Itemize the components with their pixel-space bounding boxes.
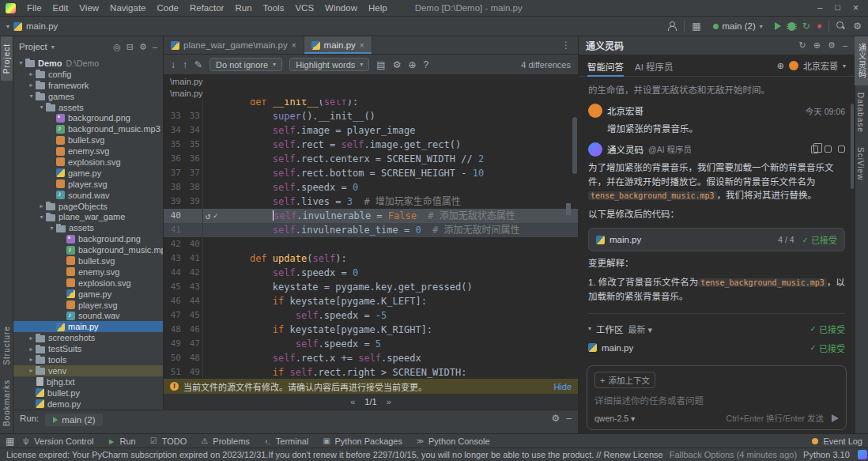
code-line[interactable]: 4543 keystate = pygame.key.get_pressed() — [164, 280, 578, 294]
tool-window-button-project[interactable]: Project — [1, 36, 13, 81]
tool-window-button[interactable]: 通义灵码 — [855, 36, 868, 85]
tree-item[interactable]: main.py — [13, 321, 163, 332]
hide-panel-icon[interactable]: – — [566, 414, 572, 423]
chat-input-box[interactable]: + 添加上下文 详细描述你的任务或者问题 qwen-2.5 ▾ Ctrl+Ent… — [587, 365, 847, 430]
add-context-button[interactable]: + 添加上下文 — [594, 372, 655, 388]
thumbs-down-icon[interactable] — [838, 145, 845, 153]
next-file-icon[interactable]: » — [387, 397, 391, 406]
editor-tab[interactable]: plane_war_game\main.py× — [164, 36, 304, 54]
chat-scrollbar[interactable] — [851, 104, 854, 189]
tree-item[interactable]: demo.py — [13, 399, 163, 410]
hide-panel-icon[interactable]: – — [843, 40, 847, 51]
menu-item-edit[interactable]: Edit — [47, 3, 74, 13]
tree-item[interactable]: bjhg.txt — [13, 376, 163, 387]
tool-window-button[interactable]: SciView — [855, 140, 866, 187]
menu-item-help[interactable]: Help — [363, 3, 393, 13]
prev-difference-icon[interactable]: ↑ — [183, 60, 187, 70]
tree-item[interactable]: ▾plane_war_game — [13, 211, 163, 222]
history-icon[interactable]: ↻ — [799, 40, 806, 51]
tree-item[interactable]: player.svg — [13, 179, 163, 190]
tool-windows-toggle-icon[interactable]: ▦ — [6, 436, 14, 446]
chevron-down-icon[interactable]: ▾ — [27, 93, 36, 100]
code-line[interactable]: 40↺✓ self.invulnerable = False # 添加无敌状态属… — [164, 209, 578, 223]
python-version[interactable]: Python 3.10 — [803, 450, 850, 459]
event-log-button[interactable]: Event Log — [812, 436, 862, 446]
code-line[interactable]: 4341 def update(self): — [164, 251, 578, 266]
statusbar-item[interactable]: Terminal — [256, 436, 315, 446]
file-breadcrumb[interactable]: ▾ main.py — [6, 21, 58, 31]
chevron-down-icon[interactable]: ▾ — [37, 104, 46, 111]
menu-item-vcs[interactable]: VCS — [289, 3, 319, 13]
tree-item[interactable]: ▾assets — [13, 222, 163, 233]
help-icon[interactable]: ? — [424, 60, 429, 70]
code-line[interactable]: 4846 if keystate[pygame.K_RIGHT]: — [164, 323, 578, 337]
project-view-selector[interactable]: Project — [19, 42, 47, 51]
tree-item[interactable]: background_music.mp3 — [13, 123, 163, 134]
code-line[interactable]: 41 self.invulnerable_time = 0 # 添加无敌时间属性 — [164, 223, 578, 237]
menu-item-navigate[interactable]: Navigate — [104, 3, 151, 13]
tree-item[interactable]: enemy.svg — [13, 266, 163, 278]
hide-panel-icon[interactable]: – — [153, 42, 157, 52]
tree-item[interactable]: ▾assets — [13, 102, 163, 113]
tab-options-kebab-icon[interactable]: ⋮ — [554, 36, 578, 54]
settings-gear-icon[interactable]: ⚙ — [139, 42, 147, 52]
statusbar-item[interactable]: Run — [100, 436, 142, 446]
tree-item[interactable]: background.png — [13, 233, 163, 244]
code-line[interactable]: 4745 self.speedx = -5 — [164, 308, 578, 323]
model-select[interactable]: qwen-2.5 ▾ — [594, 414, 635, 423]
debug-button[interactable] — [788, 22, 795, 31]
run-config-selector[interactable]: main (2) ▾ — [708, 20, 768, 32]
tree-item[interactable]: background.png — [13, 112, 163, 123]
new-chat-icon[interactable]: ⊕ — [813, 40, 821, 51]
menu-item-run[interactable]: Run — [229, 3, 257, 13]
statusbar-item[interactable]: Version Control — [14, 436, 100, 446]
fallback-options[interactable]: Fallback Options (4 minutes ago) — [670, 450, 797, 459]
tree-item[interactable]: game.py — [13, 289, 163, 300]
editor-scrollbar[interactable] — [572, 117, 577, 174]
workspace-header-row[interactable]: ▾ 工作区 最新 ▾ ✓已接受 — [588, 319, 845, 338]
menu-item-window[interactable]: Window — [319, 3, 363, 13]
code-line[interactable]: 4442 self.speedx = 0 — [164, 266, 578, 280]
chevron-down-icon[interactable]: ▾ — [47, 225, 56, 232]
tree-item[interactable]: bullet.svg — [13, 134, 163, 145]
collapse-all-icon[interactable]: ⊟ — [126, 42, 134, 52]
thumbs-up-icon[interactable] — [825, 145, 832, 153]
tool-window-button-bookmarks[interactable]: Bookmarks — [1, 372, 13, 433]
accept-change-icon[interactable]: ✓ — [213, 212, 218, 220]
workspace-file-row[interactable]: main.py ✓已接受 — [588, 338, 845, 357]
menu-item-refactor[interactable]: Refactor — [184, 3, 229, 13]
chat-history[interactable]: 的生命值，并设置无敌状态和无敌开始时间。 北京宏哥 今天 09:06 增加紧张的… — [579, 77, 855, 361]
editor-tab[interactable]: main.py× — [304, 36, 372, 54]
chevron-right-icon[interactable]: ▸ — [27, 367, 36, 374]
tree-item[interactable]: explosion.svg — [13, 157, 163, 168]
ignore-policy-select[interactable]: Do not ignore ▾ — [209, 58, 282, 71]
diff-settings-gear-icon[interactable]: ⚙ — [393, 60, 402, 70]
user-account-icon[interactable] — [667, 21, 677, 31]
code-line[interactable]: 3838 self.speedx = 0 — [164, 180, 578, 195]
tree-item[interactable]: sound.wav — [13, 310, 163, 321]
copy-icon[interactable] — [811, 145, 818, 153]
tool-window-button[interactable]: Database — [855, 85, 866, 140]
tree-item[interactable]: ▸venv — [13, 365, 163, 376]
tree-item[interactable]: ▸testSuits — [13, 343, 163, 354]
code-line[interactable]: 3636 self.rect.centerx = SCREEN_WIDTH //… — [164, 152, 578, 166]
run-button[interactable] — [775, 22, 781, 30]
menu-item-view[interactable]: View — [74, 3, 104, 13]
close-tab-icon[interactable]: × — [360, 41, 364, 50]
settings-gear-icon[interactable]: ⚙ — [828, 40, 836, 51]
tool-windows-grid-icon[interactable]: ▦ — [692, 21, 700, 31]
statusbar-item[interactable]: Python Packages — [315, 436, 409, 446]
tab-ai-programmer[interactable]: AI 程序员 — [635, 55, 674, 77]
next-difference-icon[interactable]: ↓ — [171, 60, 175, 70]
code-line[interactable]: 4240 — [164, 237, 578, 251]
chevron-down-icon[interactable]: ▾ — [37, 213, 46, 221]
assistant-logo-icon[interactable] — [858, 450, 867, 459]
chevron-right-icon[interactable]: ▸ — [27, 70, 36, 77]
tree-item[interactable]: ▸config — [13, 69, 163, 80]
minimize-icon[interactable]: – — [817, 2, 822, 13]
collapse-unchanged-icon[interactable]: ▤ — [376, 60, 385, 70]
code-line[interactable]: 3737 self.rect.bottom = SCREEN_HEIGHT - … — [164, 166, 578, 180]
code-line[interactable]: 3939 self.lives = 3 # 增加玩家生命值属性 — [164, 195, 578, 209]
tree-item[interactable]: ▸screenshots — [13, 332, 163, 343]
stop-button[interactable]: ■ — [817, 23, 821, 30]
